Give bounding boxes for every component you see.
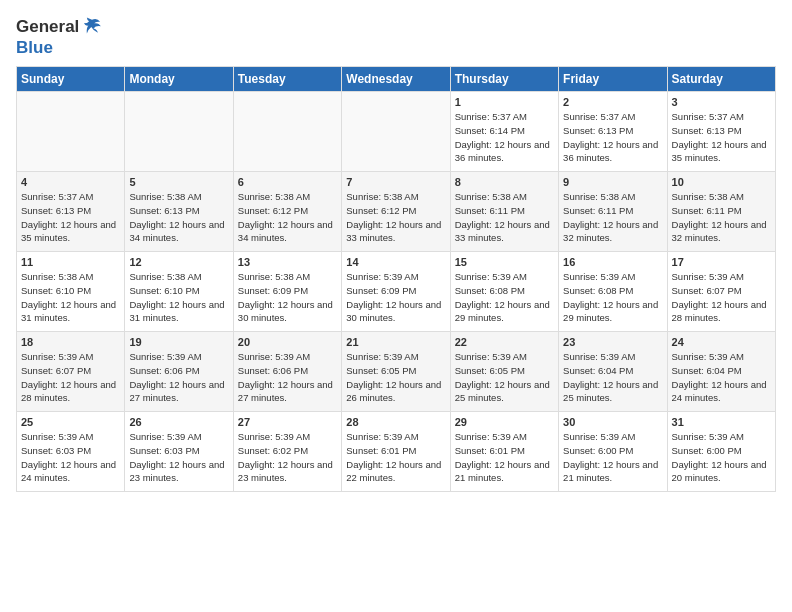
col-tuesday: Tuesday	[233, 67, 341, 92]
day-number: 12	[129, 256, 228, 268]
daylight-label: Daylight: 12 hours and 33 minutes.	[455, 218, 554, 246]
day-number: 29	[455, 416, 554, 428]
day-content: Sunrise: 5:39 AMSunset: 6:05 PMDaylight:…	[346, 350, 445, 405]
calendar-week-row: 1Sunrise: 5:37 AMSunset: 6:14 PMDaylight…	[17, 92, 776, 172]
sunrise-text: Sunrise: 5:39 AM	[563, 270, 662, 284]
day-content: Sunrise: 5:39 AMSunset: 6:08 PMDaylight:…	[563, 270, 662, 325]
sunrise-text: Sunrise: 5:39 AM	[238, 350, 337, 364]
calendar-cell: 14Sunrise: 5:39 AMSunset: 6:09 PMDayligh…	[342, 252, 450, 332]
sunset-text: Sunset: 6:00 PM	[563, 444, 662, 458]
sunset-text: Sunset: 6:02 PM	[238, 444, 337, 458]
calendar-cell: 19Sunrise: 5:39 AMSunset: 6:06 PMDayligh…	[125, 332, 233, 412]
daylight-label: Daylight: 12 hours and 23 minutes.	[238, 458, 337, 486]
day-number: 6	[238, 176, 337, 188]
day-content: Sunrise: 5:37 AMSunset: 6:14 PMDaylight:…	[455, 110, 554, 165]
day-number: 27	[238, 416, 337, 428]
calendar-cell: 28Sunrise: 5:39 AMSunset: 6:01 PMDayligh…	[342, 412, 450, 492]
sunset-text: Sunset: 6:05 PM	[455, 364, 554, 378]
daylight-label: Daylight: 12 hours and 21 minutes.	[563, 458, 662, 486]
sunrise-text: Sunrise: 5:38 AM	[672, 190, 771, 204]
sunrise-text: Sunrise: 5:39 AM	[129, 350, 228, 364]
sunset-text: Sunset: 6:08 PM	[563, 284, 662, 298]
daylight-label: Daylight: 12 hours and 31 minutes.	[21, 298, 120, 326]
logo: General Blue	[16, 16, 103, 58]
day-content: Sunrise: 5:39 AMSunset: 6:09 PMDaylight:…	[346, 270, 445, 325]
day-content: Sunrise: 5:39 AMSunset: 6:01 PMDaylight:…	[346, 430, 445, 485]
sunset-text: Sunset: 6:13 PM	[129, 204, 228, 218]
calendar-week-row: 4Sunrise: 5:37 AMSunset: 6:13 PMDaylight…	[17, 172, 776, 252]
calendar-cell: 2Sunrise: 5:37 AMSunset: 6:13 PMDaylight…	[559, 92, 667, 172]
day-number: 7	[346, 176, 445, 188]
sunrise-text: Sunrise: 5:37 AM	[563, 110, 662, 124]
calendar-cell	[342, 92, 450, 172]
sunset-text: Sunset: 6:14 PM	[455, 124, 554, 138]
day-number: 28	[346, 416, 445, 428]
day-content: Sunrise: 5:38 AMSunset: 6:09 PMDaylight:…	[238, 270, 337, 325]
daylight-label: Daylight: 12 hours and 36 minutes.	[563, 138, 662, 166]
calendar-cell: 17Sunrise: 5:39 AMSunset: 6:07 PMDayligh…	[667, 252, 775, 332]
day-number: 5	[129, 176, 228, 188]
calendar-cell: 13Sunrise: 5:38 AMSunset: 6:09 PMDayligh…	[233, 252, 341, 332]
day-number: 11	[21, 256, 120, 268]
day-content: Sunrise: 5:39 AMSunset: 6:06 PMDaylight:…	[238, 350, 337, 405]
sunrise-text: Sunrise: 5:39 AM	[238, 430, 337, 444]
sunrise-text: Sunrise: 5:39 AM	[21, 350, 120, 364]
sunset-text: Sunset: 6:06 PM	[238, 364, 337, 378]
day-number: 19	[129, 336, 228, 348]
sunrise-text: Sunrise: 5:38 AM	[238, 190, 337, 204]
daylight-label: Daylight: 12 hours and 24 minutes.	[21, 458, 120, 486]
calendar-cell: 16Sunrise: 5:39 AMSunset: 6:08 PMDayligh…	[559, 252, 667, 332]
day-number: 1	[455, 96, 554, 108]
day-content: Sunrise: 5:38 AMSunset: 6:13 PMDaylight:…	[129, 190, 228, 245]
day-content: Sunrise: 5:39 AMSunset: 6:02 PMDaylight:…	[238, 430, 337, 485]
daylight-label: Daylight: 12 hours and 30 minutes.	[346, 298, 445, 326]
sunset-text: Sunset: 6:10 PM	[21, 284, 120, 298]
day-content: Sunrise: 5:39 AMSunset: 6:03 PMDaylight:…	[129, 430, 228, 485]
sunrise-text: Sunrise: 5:38 AM	[455, 190, 554, 204]
day-content: Sunrise: 5:39 AMSunset: 6:08 PMDaylight:…	[455, 270, 554, 325]
daylight-label: Daylight: 12 hours and 32 minutes.	[672, 218, 771, 246]
calendar-cell: 24Sunrise: 5:39 AMSunset: 6:04 PMDayligh…	[667, 332, 775, 412]
sunrise-text: Sunrise: 5:39 AM	[129, 430, 228, 444]
day-number: 18	[21, 336, 120, 348]
sunset-text: Sunset: 6:03 PM	[129, 444, 228, 458]
logo-bird-icon	[81, 16, 103, 38]
sunset-text: Sunset: 6:01 PM	[346, 444, 445, 458]
daylight-label: Daylight: 12 hours and 32 minutes.	[563, 218, 662, 246]
sunset-text: Sunset: 6:04 PM	[672, 364, 771, 378]
calendar-cell: 18Sunrise: 5:39 AMSunset: 6:07 PMDayligh…	[17, 332, 125, 412]
sunrise-text: Sunrise: 5:38 AM	[129, 270, 228, 284]
col-sunday: Sunday	[17, 67, 125, 92]
day-content: Sunrise: 5:38 AMSunset: 6:11 PMDaylight:…	[455, 190, 554, 245]
day-number: 30	[563, 416, 662, 428]
day-content: Sunrise: 5:39 AMSunset: 6:03 PMDaylight:…	[21, 430, 120, 485]
calendar-cell: 15Sunrise: 5:39 AMSunset: 6:08 PMDayligh…	[450, 252, 558, 332]
sunset-text: Sunset: 6:13 PM	[672, 124, 771, 138]
sunrise-text: Sunrise: 5:38 AM	[238, 270, 337, 284]
calendar-header-row: Sunday Monday Tuesday Wednesday Thursday…	[17, 67, 776, 92]
sunset-text: Sunset: 6:12 PM	[238, 204, 337, 218]
day-number: 9	[563, 176, 662, 188]
calendar-cell: 26Sunrise: 5:39 AMSunset: 6:03 PMDayligh…	[125, 412, 233, 492]
calendar-cell: 1Sunrise: 5:37 AMSunset: 6:14 PMDaylight…	[450, 92, 558, 172]
calendar-cell: 25Sunrise: 5:39 AMSunset: 6:03 PMDayligh…	[17, 412, 125, 492]
sunrise-text: Sunrise: 5:39 AM	[672, 350, 771, 364]
sunset-text: Sunset: 6:08 PM	[455, 284, 554, 298]
sunset-text: Sunset: 6:13 PM	[563, 124, 662, 138]
daylight-label: Daylight: 12 hours and 25 minutes.	[455, 378, 554, 406]
daylight-label: Daylight: 12 hours and 31 minutes.	[129, 298, 228, 326]
day-number: 21	[346, 336, 445, 348]
daylight-label: Daylight: 12 hours and 22 minutes.	[346, 458, 445, 486]
calendar-cell: 27Sunrise: 5:39 AMSunset: 6:02 PMDayligh…	[233, 412, 341, 492]
calendar-cell: 11Sunrise: 5:38 AMSunset: 6:10 PMDayligh…	[17, 252, 125, 332]
sunset-text: Sunset: 6:07 PM	[21, 364, 120, 378]
calendar-cell: 29Sunrise: 5:39 AMSunset: 6:01 PMDayligh…	[450, 412, 558, 492]
sunrise-text: Sunrise: 5:37 AM	[455, 110, 554, 124]
sunrise-text: Sunrise: 5:39 AM	[455, 350, 554, 364]
calendar-cell: 3Sunrise: 5:37 AMSunset: 6:13 PMDaylight…	[667, 92, 775, 172]
day-content: Sunrise: 5:38 AMSunset: 6:12 PMDaylight:…	[346, 190, 445, 245]
calendar-cell: 10Sunrise: 5:38 AMSunset: 6:11 PMDayligh…	[667, 172, 775, 252]
daylight-label: Daylight: 12 hours and 34 minutes.	[238, 218, 337, 246]
sunrise-text: Sunrise: 5:37 AM	[21, 190, 120, 204]
sunset-text: Sunset: 6:11 PM	[455, 204, 554, 218]
